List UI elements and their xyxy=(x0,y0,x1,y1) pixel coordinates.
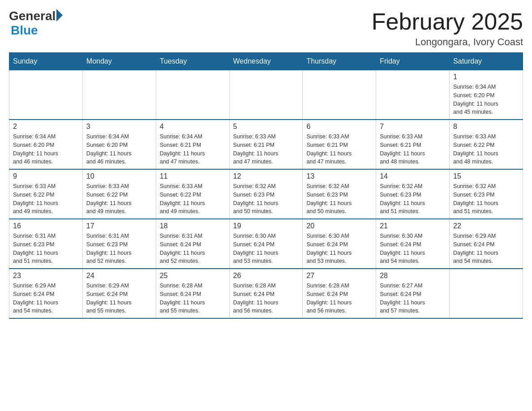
day-info: Sunrise: 6:33 AMSunset: 6:21 PMDaylight:… xyxy=(306,133,372,166)
logo: General Blue xyxy=(9,9,63,38)
day-info: Sunrise: 6:29 AMSunset: 6:24 PMDaylight:… xyxy=(86,282,152,315)
header-wednesday: Wednesday xyxy=(229,53,303,70)
table-row xyxy=(156,70,229,120)
day-info: Sunrise: 6:33 AMSunset: 6:22 PMDaylight:… xyxy=(86,182,152,216)
day-info: Sunrise: 6:27 AMSunset: 6:24 PMDaylight:… xyxy=(380,282,446,315)
header-tuesday: Tuesday xyxy=(156,53,229,70)
day-number: 27 xyxy=(306,272,372,280)
table-row: 17Sunrise: 6:31 AMSunset: 6:23 PMDayligh… xyxy=(82,219,156,269)
day-info: Sunrise: 6:32 AMSunset: 6:23 PMDaylight:… xyxy=(233,182,299,216)
day-info: Sunrise: 6:34 AMSunset: 6:20 PMDaylight:… xyxy=(453,83,519,116)
day-info: Sunrise: 6:33 AMSunset: 6:22 PMDaylight:… xyxy=(160,182,226,216)
day-number: 2 xyxy=(13,123,79,131)
table-row xyxy=(303,70,376,120)
day-info: Sunrise: 6:34 AMSunset: 6:20 PMDaylight:… xyxy=(86,133,152,166)
logo-flag-icon xyxy=(56,9,63,21)
day-info: Sunrise: 6:33 AMSunset: 6:22 PMDaylight:… xyxy=(13,182,79,216)
day-info: Sunrise: 6:32 AMSunset: 6:23 PMDaylight:… xyxy=(453,182,519,216)
day-number: 21 xyxy=(380,222,446,230)
day-number: 12 xyxy=(233,172,299,180)
day-info: Sunrise: 6:28 AMSunset: 6:24 PMDaylight:… xyxy=(160,282,226,315)
header-sunday: Sunday xyxy=(9,53,83,70)
day-number: 15 xyxy=(453,172,519,180)
logo-blue-text: Blue xyxy=(11,23,38,38)
table-row: 2Sunrise: 6:34 AMSunset: 6:20 PMDaylight… xyxy=(9,120,83,169)
header-saturday: Saturday xyxy=(450,53,523,70)
header-thursday: Thursday xyxy=(303,53,376,70)
day-info: Sunrise: 6:34 AMSunset: 6:21 PMDaylight:… xyxy=(160,133,226,166)
day-info: Sunrise: 6:30 AMSunset: 6:24 PMDaylight:… xyxy=(233,232,299,265)
title-area: February 2025 Longongara, Ivory Coast xyxy=(372,9,523,48)
table-row: 22Sunrise: 6:29 AMSunset: 6:24 PMDayligh… xyxy=(450,219,523,269)
table-row: 4Sunrise: 6:34 AMSunset: 6:21 PMDaylight… xyxy=(156,120,229,169)
header-monday: Monday xyxy=(82,53,156,70)
day-info: Sunrise: 6:31 AMSunset: 6:23 PMDaylight:… xyxy=(13,232,79,265)
table-row xyxy=(82,70,156,120)
day-info: Sunrise: 6:34 AMSunset: 6:20 PMDaylight:… xyxy=(13,133,79,166)
table-row: 9Sunrise: 6:33 AMSunset: 6:22 PMDaylight… xyxy=(9,169,83,219)
header-friday: Friday xyxy=(376,53,450,70)
table-row: 16Sunrise: 6:31 AMSunset: 6:23 PMDayligh… xyxy=(9,219,83,269)
day-number: 23 xyxy=(13,272,79,280)
day-number: 14 xyxy=(380,172,446,180)
day-number: 1 xyxy=(453,73,519,81)
day-info: Sunrise: 6:30 AMSunset: 6:24 PMDaylight:… xyxy=(380,232,446,265)
table-row: 28Sunrise: 6:27 AMSunset: 6:24 PMDayligh… xyxy=(376,269,450,318)
day-number: 18 xyxy=(160,222,226,230)
day-number: 13 xyxy=(306,172,372,180)
calendar-table: Sunday Monday Tuesday Wednesday Thursday… xyxy=(9,52,523,319)
day-number: 8 xyxy=(453,123,519,131)
day-number: 11 xyxy=(160,172,226,180)
table-row: 26Sunrise: 6:28 AMSunset: 6:24 PMDayligh… xyxy=(229,269,303,318)
day-number: 17 xyxy=(86,222,152,230)
table-row: 8Sunrise: 6:33 AMSunset: 6:22 PMDaylight… xyxy=(450,120,523,169)
table-row xyxy=(229,70,303,120)
day-info: Sunrise: 6:32 AMSunset: 6:23 PMDaylight:… xyxy=(380,182,446,216)
table-row: 23Sunrise: 6:29 AMSunset: 6:24 PMDayligh… xyxy=(9,269,83,318)
day-info: Sunrise: 6:28 AMSunset: 6:24 PMDaylight:… xyxy=(233,282,299,315)
day-number: 22 xyxy=(453,222,519,230)
table-row: 27Sunrise: 6:28 AMSunset: 6:24 PMDayligh… xyxy=(303,269,376,318)
calendar-week-row: 2Sunrise: 6:34 AMSunset: 6:20 PMDaylight… xyxy=(9,120,523,169)
table-row: 6Sunrise: 6:33 AMSunset: 6:21 PMDaylight… xyxy=(303,120,376,169)
table-row: 15Sunrise: 6:32 AMSunset: 6:23 PMDayligh… xyxy=(450,169,523,219)
table-row xyxy=(450,269,523,318)
day-number: 20 xyxy=(306,222,372,230)
table-row: 18Sunrise: 6:31 AMSunset: 6:24 PMDayligh… xyxy=(156,219,229,269)
calendar-week-row: 9Sunrise: 6:33 AMSunset: 6:22 PMDaylight… xyxy=(9,169,523,219)
day-number: 7 xyxy=(380,123,446,131)
table-row: 11Sunrise: 6:33 AMSunset: 6:22 PMDayligh… xyxy=(156,169,229,219)
day-number: 24 xyxy=(86,272,152,280)
location-label: Longongara, Ivory Coast xyxy=(372,36,523,48)
day-number: 4 xyxy=(160,123,226,131)
day-number: 6 xyxy=(306,123,372,131)
weekday-header-row: Sunday Monday Tuesday Wednesday Thursday… xyxy=(9,53,523,70)
table-row: 25Sunrise: 6:28 AMSunset: 6:24 PMDayligh… xyxy=(156,269,229,318)
day-info: Sunrise: 6:33 AMSunset: 6:21 PMDaylight:… xyxy=(380,133,446,166)
month-title: February 2025 xyxy=(372,9,523,34)
day-info: Sunrise: 6:28 AMSunset: 6:24 PMDaylight:… xyxy=(306,282,372,315)
table-row: 20Sunrise: 6:30 AMSunset: 6:24 PMDayligh… xyxy=(303,219,376,269)
table-row: 19Sunrise: 6:30 AMSunset: 6:24 PMDayligh… xyxy=(229,219,303,269)
calendar-week-row: 23Sunrise: 6:29 AMSunset: 6:24 PMDayligh… xyxy=(9,269,523,318)
calendar-week-row: 1Sunrise: 6:34 AMSunset: 6:20 PMDaylight… xyxy=(9,70,523,120)
day-info: Sunrise: 6:30 AMSunset: 6:24 PMDaylight:… xyxy=(306,232,372,265)
day-info: Sunrise: 6:29 AMSunset: 6:24 PMDaylight:… xyxy=(453,232,519,265)
day-number: 26 xyxy=(233,272,299,280)
table-row: 3Sunrise: 6:34 AMSunset: 6:20 PMDaylight… xyxy=(82,120,156,169)
day-info: Sunrise: 6:32 AMSunset: 6:23 PMDaylight:… xyxy=(306,182,372,216)
day-info: Sunrise: 6:29 AMSunset: 6:24 PMDaylight:… xyxy=(13,282,79,315)
day-number: 9 xyxy=(13,172,79,180)
day-info: Sunrise: 6:31 AMSunset: 6:24 PMDaylight:… xyxy=(160,232,226,265)
table-row: 10Sunrise: 6:33 AMSunset: 6:22 PMDayligh… xyxy=(82,169,156,219)
logo-general-text: General xyxy=(9,9,56,23)
table-row: 1Sunrise: 6:34 AMSunset: 6:20 PMDaylight… xyxy=(450,70,523,120)
table-row: 7Sunrise: 6:33 AMSunset: 6:21 PMDaylight… xyxy=(376,120,450,169)
day-info: Sunrise: 6:33 AMSunset: 6:22 PMDaylight:… xyxy=(453,133,519,166)
table-row: 13Sunrise: 6:32 AMSunset: 6:23 PMDayligh… xyxy=(303,169,376,219)
day-number: 19 xyxy=(233,222,299,230)
page-header: General Blue February 2025 Longongara, I… xyxy=(9,9,523,48)
day-info: Sunrise: 6:33 AMSunset: 6:21 PMDaylight:… xyxy=(233,133,299,166)
table-row: 24Sunrise: 6:29 AMSunset: 6:24 PMDayligh… xyxy=(82,269,156,318)
day-number: 5 xyxy=(233,123,299,131)
